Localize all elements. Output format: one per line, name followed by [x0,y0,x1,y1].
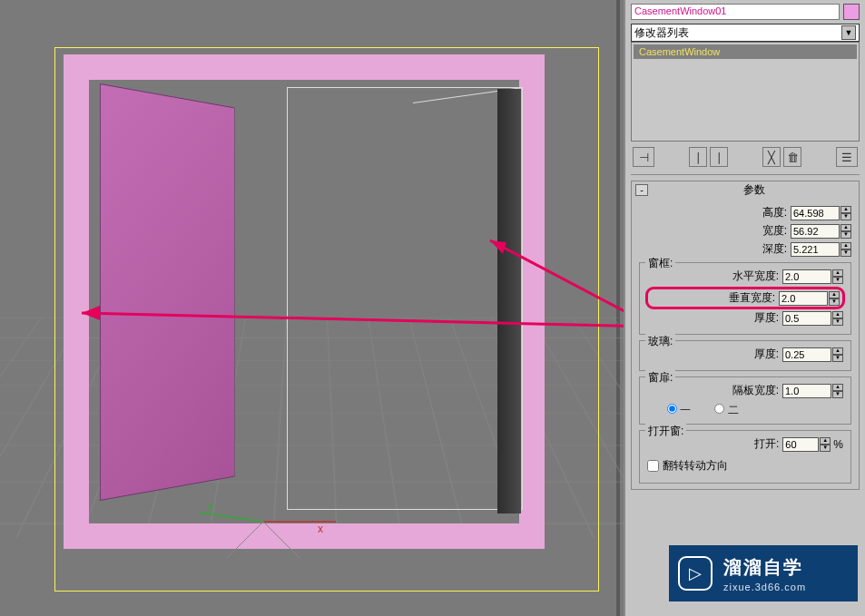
watermark-subtitle: zixue.3d66.com [723,582,806,592]
make-unique-icon[interactable]: ∣ [710,147,728,167]
viewport[interactable]: x y [0,0,620,616]
height-label: 高度: [762,205,787,220]
glass-thickness-input[interactable] [782,347,831,362]
height-spinner[interactable]: ▲▼ [791,206,851,220]
open-spinner[interactable]: ▲▼ [782,437,831,452]
spinner-down-icon[interactable]: ▼ [820,445,831,452]
frame-group: 窗框: 水平宽度: ▲▼ 垂直宽度: ▲▼ 厚度: [639,262,851,335]
sash-one-radio[interactable]: 一 [667,403,691,418]
parameters-rollout: - 参数 高度: ▲▼ 宽度: ▲▼ 深度: [631,181,860,490]
spinner-up-icon[interactable]: ▲ [840,206,851,213]
frame-group-title: 窗框: [645,256,675,271]
modifier-stack-item[interactable]: CasementWindow [634,44,857,59]
spinner-up-icon[interactable]: ▲ [820,437,831,445]
spinner-down-icon[interactable]: ▼ [832,318,843,326]
sash-group-title: 窗扉: [645,370,675,386]
configure-sets-icon[interactable]: ☰ [836,147,858,167]
frame-vert-width-label: 垂直宽度: [729,290,775,306]
spinner-up-icon[interactable]: ▲ [832,269,843,277]
open-group-title: 打开窗: [645,424,686,439]
frame-horiz-width-spinner[interactable]: ▲▼ [782,269,843,284]
open-label: 打开: [754,436,779,452]
spinner-up-icon[interactable]: ▲ [840,224,851,231]
depth-label: 深度: [762,241,787,257]
pin-stack-icon[interactable]: ⊣ [633,147,654,167]
command-panel: CasementWindow01 修改器列表 ▼ CasementWindow … [624,0,865,616]
open-input[interactable] [782,437,819,452]
spinner-up-icon[interactable]: ▲ [832,347,843,355]
modifier-list-label: 修改器列表 [634,25,689,41]
glass-thickness-label: 厚度: [754,347,779,362]
spinner-down-icon[interactable]: ▼ [840,213,851,220]
flip-swing-label: 翻转转动方向 [663,458,728,474]
frame-vert-width-input[interactable] [779,291,828,306]
spinner-down-icon[interactable]: ▼ [829,298,840,306]
width-spinner[interactable]: ▲▼ [791,224,851,239]
rollout-title: 参数 [654,181,855,199]
frame-thickness-spinner[interactable]: ▲▼ [782,311,843,326]
spinner-down-icon[interactable]: ▼ [832,391,843,398]
width-input[interactable] [791,224,840,239]
show-end-result-icon[interactable]: ∣ [689,147,707,167]
depth-input[interactable] [791,242,840,257]
frame-thickness-label: 厚度: [754,310,779,326]
frame-vert-width-row-highlighted: 垂直宽度: ▲▼ [645,287,845,309]
rollout-collapse-toggle[interactable]: - [635,184,648,196]
selection-brackets [54,47,599,592]
frame-horiz-width-label: 水平宽度: [732,269,779,284]
modifier-stack-toolbar: ⊣ ∣ ∣ ╳ 🗑 ☰ [631,142,860,175]
frame-thickness-input[interactable] [782,311,831,326]
spinner-down-icon[interactable]: ▼ [832,277,843,284]
play-icon: ▷ [678,556,713,591]
glass-group-title: 玻璃: [645,334,675,349]
frame-horiz-width-input[interactable] [782,269,831,284]
spinner-up-icon[interactable]: ▲ [832,384,843,391]
spinner-up-icon[interactable]: ▲ [829,291,840,298]
sash-group: 窗扉: 隔板宽度: ▲▼ 一 二 [639,376,851,425]
modifier-list-dropdown[interactable]: 修改器列表 ▼ [631,24,860,42]
spinner-down-icon[interactable]: ▼ [832,355,843,362]
watermark-title: 溜溜自学 [723,555,806,580]
object-color-swatch[interactable] [843,4,860,20]
spinner-up-icon[interactable]: ▲ [832,311,843,318]
spinner-down-icon[interactable]: ▼ [840,231,851,239]
glass-group: 玻璃: 厚度: ▲▼ [639,340,851,371]
spinner-down-icon[interactable]: ▼ [840,249,851,257]
panel-width-input[interactable] [782,384,831,398]
open-group: 打开窗: 打开: ▲▼ % 翻转转动方向 [639,430,851,484]
remove-modifier-icon[interactable]: ╳ [762,147,781,167]
flip-swing-checkbox[interactable] [647,460,659,472]
chevron-down-icon: ▼ [841,25,856,40]
spinner-up-icon[interactable]: ▲ [840,242,851,249]
trash-icon[interactable]: 🗑 [783,147,801,167]
height-input[interactable] [791,206,840,220]
width-label: 宽度: [762,223,787,239]
modifier-stack[interactable]: CasementWindow [631,42,860,142]
percent-label: % [833,438,843,451]
panel-width-spinner[interactable]: ▲▼ [782,384,843,398]
panel-width-label: 隔板宽度: [732,383,779,398]
object-name-input[interactable]: CasementWindow01 [631,4,840,20]
glass-thickness-spinner[interactable]: ▲▼ [782,347,843,362]
watermark: ▷ 溜溜自学 zixue.3d66.com [669,545,858,601]
frame-vert-width-spinner[interactable]: ▲▼ [779,291,840,306]
sash-two-radio[interactable]: 二 [714,403,738,418]
depth-spinner[interactable]: ▲▼ [791,242,851,257]
